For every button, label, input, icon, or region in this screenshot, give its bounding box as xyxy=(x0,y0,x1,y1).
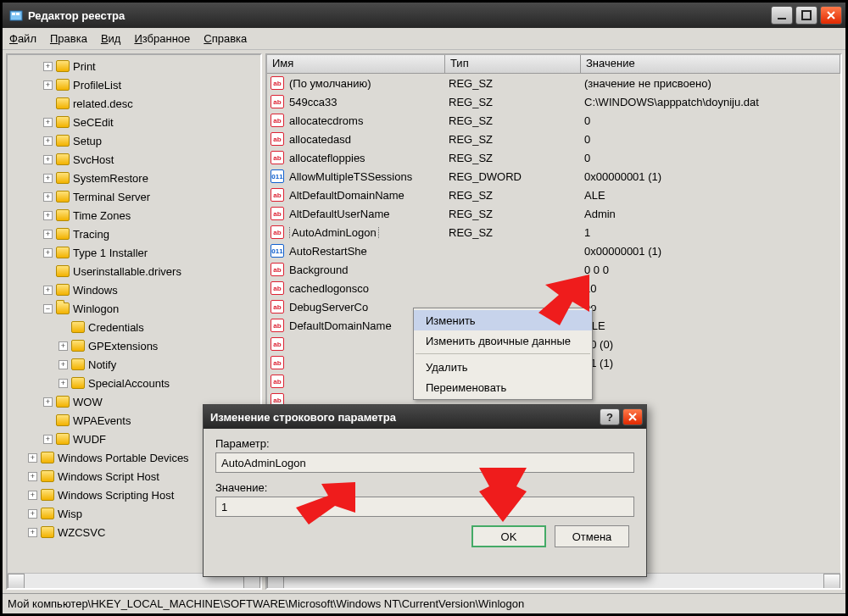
col-name[interactable]: Имя xyxy=(267,55,445,73)
tree-node[interactable]: related.desc xyxy=(8,94,260,113)
tree-node[interactable]: +ProfileList xyxy=(8,75,260,94)
tree-node[interactable]: +Notify xyxy=(8,355,260,374)
dialog-titlebar: Изменение строкового параметра ? xyxy=(204,405,646,429)
expand-icon[interactable]: + xyxy=(59,379,68,388)
string-icon: ab xyxy=(271,207,284,220)
list-row[interactable]: abAltDefaultUserNameREG_SZAdmin xyxy=(267,204,840,223)
expand-icon[interactable]: + xyxy=(43,192,53,202)
expand-icon[interactable]: + xyxy=(28,528,37,537)
value-data: 00 (0) xyxy=(584,338,840,351)
folder-icon xyxy=(41,489,54,501)
tree-node[interactable]: +GPExtensions xyxy=(8,336,260,355)
dialog-close-button[interactable] xyxy=(622,408,643,425)
list-row[interactable]: aballocatefloppiesREG_SZ0 xyxy=(267,148,840,167)
tree-node[interactable]: +Time Zones xyxy=(8,206,260,225)
tree-node[interactable]: +Terminal Server xyxy=(8,187,260,206)
value-label: Значение: xyxy=(215,481,634,494)
ok-button[interactable]: OK xyxy=(471,525,546,547)
tree-node[interactable]: +SystemRestore xyxy=(8,169,260,187)
list-row[interactable]: 011AllowMultipleTSSessionsREG_DWORD0x000… xyxy=(267,167,840,186)
folder-icon xyxy=(56,60,70,72)
value-name: allocatedasd xyxy=(289,133,351,146)
col-type[interactable]: Тип xyxy=(445,55,581,73)
tree-node[interactable]: +Windows xyxy=(8,280,260,299)
menu-item[interactable]: Правка xyxy=(50,32,87,45)
tree-node[interactable]: Userinstallable.drivers xyxy=(8,262,260,280)
context-menu-item[interactable]: Удалить xyxy=(414,357,592,377)
tree-node[interactable]: Credentials xyxy=(8,318,260,336)
edit-string-dialog: Изменение строкового параметра ? Парамет… xyxy=(203,404,647,577)
maximize-button[interactable] xyxy=(795,6,817,25)
tree-label: Time Zones xyxy=(73,209,131,222)
tree-node[interactable]: +Type 1 Installer xyxy=(8,243,260,262)
expand-icon[interactable]: + xyxy=(28,491,37,500)
value-data: 01 (1) xyxy=(584,357,840,369)
list-row[interactable]: ab549cca33REG_SZC:\WINDOWS\apppatch\doyn… xyxy=(267,92,840,111)
expand-icon[interactable]: + xyxy=(28,453,37,463)
arrow-annotation-3 xyxy=(479,468,527,522)
value-type: REG_SZ xyxy=(449,226,584,239)
minimize-button[interactable] xyxy=(771,6,793,25)
tree-label: WZCSVC xyxy=(58,526,105,539)
expand-icon[interactable]: + xyxy=(28,472,37,481)
expand-icon[interactable]: + xyxy=(43,230,53,239)
expand-icon[interactable]: + xyxy=(43,136,53,146)
menu-item[interactable]: Избранное xyxy=(134,32,190,45)
list-row[interactable]: abAltDefaultDomainNameREG_SZALE xyxy=(267,186,840,204)
folder-icon xyxy=(71,340,85,352)
tree-node[interactable]: +SvcHost xyxy=(8,150,260,169)
value-type: REG_SZ xyxy=(449,77,584,90)
expand-icon[interactable]: + xyxy=(43,155,53,164)
titlebar: Редактор реестра xyxy=(3,3,845,28)
context-menu-item[interactable]: Изменить двоичные данные xyxy=(414,330,592,351)
tree-node[interactable]: −Winlogon xyxy=(8,299,260,318)
expand-icon[interactable]: + xyxy=(43,248,53,258)
expand-icon[interactable]: + xyxy=(43,80,53,90)
value-data: 0 xyxy=(584,133,840,146)
expand-icon[interactable]: + xyxy=(43,286,53,295)
svg-marker-6 xyxy=(296,482,355,524)
list-row[interactable]: aballocatecdromsREG_SZ0 xyxy=(267,111,840,130)
tree-node[interactable]: +SpecialAccounts xyxy=(8,374,260,392)
menu-item[interactable]: Справка xyxy=(204,32,247,45)
value-name: AltDefaultDomainName xyxy=(289,189,404,202)
expand-icon[interactable]: + xyxy=(43,118,53,127)
expand-icon[interactable]: + xyxy=(59,341,68,351)
string-icon: ab xyxy=(271,225,284,239)
dialog-help-button[interactable]: ? xyxy=(600,408,620,425)
close-button[interactable] xyxy=(820,6,842,25)
folder-icon xyxy=(56,172,70,184)
col-value[interactable]: Значение xyxy=(581,55,840,73)
value-input[interactable] xyxy=(215,497,634,517)
tree-node[interactable]: +Setup xyxy=(8,131,260,150)
list-row[interactable]: ab(По умолчанию)REG_SZ(значение не присв… xyxy=(267,74,840,92)
tree-label: Terminal Server xyxy=(73,191,150,203)
folder-icon xyxy=(56,116,70,128)
context-menu-item[interactable]: Переименовать xyxy=(414,377,592,397)
list-row[interactable]: 011AutoRestartShe0x00000001 (1) xyxy=(267,241,840,260)
svg-rect-4 xyxy=(802,11,811,19)
tree-node[interactable]: +SeCEdit xyxy=(8,113,260,131)
list-row[interactable]: abAutoAdminLogonREG_SZ1 xyxy=(267,223,840,241)
tree-label: WPAEvents xyxy=(73,414,131,427)
expand-icon[interactable]: + xyxy=(43,62,53,71)
value-name: 549cca33 xyxy=(289,96,337,108)
expand-icon[interactable]: + xyxy=(43,174,53,183)
value-type: REG_SZ xyxy=(449,208,584,220)
string-icon: ab xyxy=(271,114,284,127)
expand-icon[interactable]: + xyxy=(28,509,37,519)
tree-node[interactable]: +Print xyxy=(8,57,260,75)
menu-item[interactable]: Вид xyxy=(101,32,121,45)
expand-icon[interactable]: + xyxy=(43,211,53,220)
menu-item[interactable]: Файл xyxy=(9,32,36,45)
value-type: REG_SZ xyxy=(449,189,584,202)
tree-node[interactable]: +Tracing xyxy=(8,225,260,243)
expand-icon[interactable]: + xyxy=(59,360,68,369)
value-name: AllowMultipleTSSessions xyxy=(289,170,412,183)
list-row[interactable]: aballocatedasdREG_SZ0 xyxy=(267,130,840,148)
cancel-button[interactable]: Отмена xyxy=(555,525,629,547)
expand-icon[interactable]: + xyxy=(43,435,53,444)
tree-label: Wisp xyxy=(58,508,82,520)
collapse-icon[interactable]: − xyxy=(43,304,53,314)
expand-icon[interactable]: + xyxy=(43,397,53,407)
